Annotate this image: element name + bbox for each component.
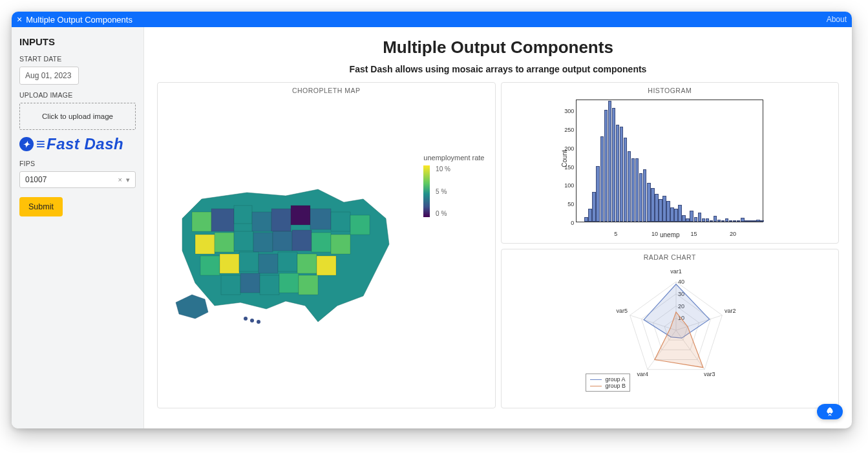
clear-icon[interactable]: × <box>118 176 122 184</box>
svg-rect-27 <box>279 273 299 293</box>
upload-image-dropzone[interactable]: Click to upload image <box>19 103 136 130</box>
close-icon[interactable]: × <box>17 14 22 25</box>
svg-rect-11 <box>234 231 253 251</box>
hist-bar <box>651 188 655 222</box>
svg-text:var3: var3 <box>704 371 715 377</box>
hist-bar <box>662 196 666 222</box>
chevron-down-icon[interactable]: ▾ <box>126 176 130 184</box>
svg-text:var4: var4 <box>637 371 649 377</box>
hist-bar <box>604 110 608 222</box>
hist-bar <box>647 183 651 222</box>
hist-bar <box>706 218 710 222</box>
svg-rect-1 <box>211 209 234 231</box>
svg-rect-0 <box>192 212 211 231</box>
fab-rocket-button[interactable] <box>817 404 843 419</box>
svg-rect-22 <box>297 254 317 273</box>
hist-bar <box>737 220 741 222</box>
legend-title: unemployment rate <box>423 154 484 162</box>
choropleth-panel: CHOROPLETH MAP unemployment rate 10 % 5 … <box>157 82 496 408</box>
hist-bar <box>733 220 737 222</box>
svg-rect-7 <box>331 212 350 231</box>
svg-rect-10 <box>215 233 234 252</box>
hist-bar <box>725 218 729 222</box>
hist-bar <box>620 127 624 222</box>
svg-rect-2 <box>234 205 252 224</box>
svg-rect-16 <box>331 235 350 254</box>
svg-rect-20 <box>259 254 278 273</box>
hist-bar <box>690 211 693 222</box>
legend-item: group B <box>606 383 626 389</box>
legend-item: group A <box>606 376 626 383</box>
about-link[interactable]: About <box>827 15 847 24</box>
start-date-input[interactable] <box>19 67 79 85</box>
submit-button[interactable]: Submit <box>19 197 63 216</box>
hist-bar <box>717 220 721 222</box>
hist-bar <box>616 125 620 222</box>
hist-bar <box>694 217 698 222</box>
hist-bar <box>682 215 686 222</box>
svg-rect-5 <box>291 205 310 225</box>
radar-title: RADAR CHART <box>502 249 839 262</box>
hist-bar <box>686 218 690 222</box>
hist-bar <box>612 108 616 222</box>
us-map[interactable] <box>169 173 402 328</box>
legend-tick: 10 % <box>436 165 450 173</box>
svg-text:var5: var5 <box>617 308 628 314</box>
hist-bar <box>592 192 596 222</box>
stripes-icon: ≡ <box>36 135 44 153</box>
hist-bar <box>674 209 678 222</box>
hist-bar <box>760 220 764 222</box>
topbar: × Multiple Output Components About <box>12 12 852 27</box>
svg-rect-26 <box>260 275 279 295</box>
hist-bar <box>659 199 662 222</box>
hist-bar <box>643 169 647 222</box>
svg-point-29 <box>244 317 248 321</box>
hist-bar <box>624 138 628 222</box>
hist-bar <box>655 194 659 222</box>
hist-bar <box>748 220 752 222</box>
app-title: Multiple Output Components <box>26 15 826 25</box>
sidebar: INPUTS START DATE UPLOAD IMAGE Click to … <box>12 27 144 428</box>
hist-bar <box>666 201 670 222</box>
page-title: Multiple Output Components <box>157 37 839 58</box>
hist-bar <box>729 220 733 222</box>
svg-rect-23 <box>317 256 336 275</box>
colorbar <box>423 165 430 217</box>
svg-rect-9 <box>195 235 215 254</box>
svg-rect-18 <box>220 254 239 273</box>
svg-text:var2: var2 <box>725 308 736 314</box>
svg-rect-15 <box>312 233 331 252</box>
hist-bar <box>596 166 600 222</box>
hist-bar <box>745 220 748 222</box>
svg-rect-17 <box>200 256 220 275</box>
svg-rect-6 <box>310 209 331 229</box>
hist-bar <box>628 151 631 222</box>
radar-plot[interactable]: 10203040var1var2var3var4var5 group A gro… <box>502 262 839 398</box>
inputs-heading: INPUTS <box>19 36 136 47</box>
svg-rect-3 <box>252 212 271 231</box>
hist-bar <box>670 207 674 222</box>
upload-image-label: UPLOAD IMAGE <box>19 91 136 99</box>
svg-rect-14 <box>292 230 312 251</box>
rocket-icon: ✦ <box>19 137 34 151</box>
svg-rect-12 <box>253 233 273 252</box>
hist-bar <box>698 213 702 222</box>
choropleth-legend: unemployment rate 10 % 5 % 0 % <box>423 154 484 217</box>
svg-text:var1: var1 <box>670 268 682 275</box>
page-subtitle: Fast Dash allows using mosaic arrays to … <box>157 64 839 74</box>
hist-bar <box>584 217 588 222</box>
svg-point-31 <box>257 320 260 324</box>
svg-rect-25 <box>240 273 260 293</box>
fips-label: FIPS <box>19 160 136 167</box>
svg-point-30 <box>250 319 254 322</box>
start-date-label: START DATE <box>19 55 136 63</box>
histogram-plot[interactable]: Count unemp 050100150200250300 5101520 <box>576 100 763 222</box>
brand-logo: ✦ ≡ Fast Dash <box>19 135 136 153</box>
histogram-title: HISTOGRAM <box>502 83 839 96</box>
svg-rect-8 <box>350 215 370 235</box>
fips-select[interactable]: 01007 × ▾ <box>19 171 136 188</box>
hist-bar <box>608 101 612 222</box>
svg-rect-4 <box>271 209 291 231</box>
brand-text: Fast Dash <box>47 135 123 153</box>
hist-bar <box>710 220 714 222</box>
